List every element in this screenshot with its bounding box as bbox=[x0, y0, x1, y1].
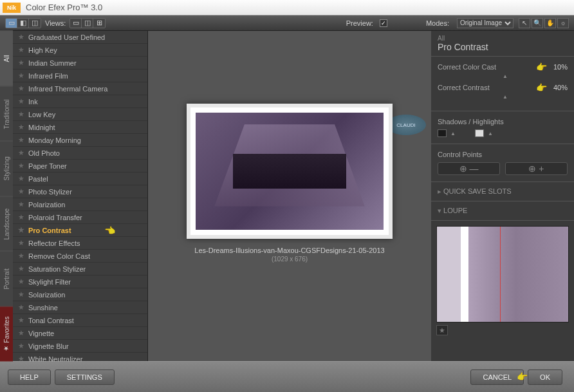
filter-item[interactable]: ★Remove Color Cast bbox=[13, 250, 147, 263]
loupe-favorite-button[interactable]: ★ bbox=[436, 325, 448, 335]
pointer-tool-icon[interactable]: ↖ bbox=[519, 18, 530, 28]
layout-3-icon[interactable]: ⊞ bbox=[93, 19, 105, 28]
filter-item[interactable]: ★Vignette bbox=[13, 327, 147, 340]
control-points-section: Control Points ⊕ — ⊕ + bbox=[431, 144, 574, 182]
layout-2-icon[interactable]: ◫ bbox=[82, 19, 93, 28]
filter-item[interactable]: ★Pro Contrast👈 bbox=[13, 224, 147, 237]
filter-item[interactable]: ★Midnight bbox=[13, 121, 147, 134]
filter-item[interactable]: ★Indian Summer bbox=[13, 57, 147, 70]
shadows-swatch[interactable] bbox=[438, 129, 447, 137]
vtab-traditional[interactable]: Traditional bbox=[0, 86, 13, 142]
hand-tool-icon[interactable]: ✋ bbox=[544, 18, 556, 28]
filter-item[interactable]: ★Reflector Effects bbox=[13, 237, 147, 250]
shadows-slider-icon[interactable]: ▲ bbox=[450, 131, 456, 136]
quick-save-header[interactable]: QUICK SAVE SLOTS bbox=[431, 182, 574, 201]
correct-color-cast-slider[interactable] bbox=[438, 76, 568, 79]
highlights-slider-icon[interactable]: ▲ bbox=[488, 131, 493, 136]
filter-item[interactable]: ★Paper Toner bbox=[13, 160, 147, 173]
view-side-icon[interactable]: ◫ bbox=[29, 19, 41, 28]
help-button[interactable]: HELP bbox=[8, 369, 51, 385]
ok-button[interactable]: 👉OK bbox=[528, 369, 562, 385]
filter-label: Midnight bbox=[28, 124, 55, 131]
layout-1-icon[interactable]: ▭ bbox=[70, 19, 82, 28]
star-icon[interactable]: ★ bbox=[18, 290, 24, 299]
filter-item[interactable]: ★Solarization bbox=[13, 288, 147, 301]
loupe-preview[interactable] bbox=[436, 226, 569, 322]
zoom-tool-icon[interactable]: 🔍 bbox=[532, 18, 543, 28]
star-icon[interactable]: ★ bbox=[18, 316, 24, 324]
panel-filter-name: Pro Contrast bbox=[438, 42, 568, 52]
add-control-point-plus-button[interactable]: ⊕ + bbox=[505, 162, 568, 175]
star-icon[interactable]: ★ bbox=[18, 110, 24, 118]
star-icon[interactable]: ★ bbox=[18, 123, 24, 131]
filter-item[interactable]: ★Tonal Contrast bbox=[13, 314, 147, 327]
star-icon[interactable]: ★ bbox=[18, 162, 24, 170]
filter-item[interactable]: ★Pastel bbox=[13, 173, 147, 185]
filter-label: Reflector Effects bbox=[28, 239, 80, 247]
view-mode-segment[interactable]: ▭ ◧ ◫ bbox=[5, 18, 41, 28]
vtab-all[interactable]: All bbox=[0, 31, 13, 86]
filter-item[interactable]: ★High Key bbox=[13, 44, 147, 57]
controls-panel: All Pro Contrast Correct Color Cast 👉 10… bbox=[431, 31, 574, 361]
filter-item[interactable]: ★Vignette Blur bbox=[13, 340, 147, 353]
light-tool-icon[interactable]: ☼ bbox=[557, 18, 569, 28]
star-icon[interactable]: ★ bbox=[18, 59, 24, 67]
star-icon[interactable]: ★ bbox=[18, 213, 24, 221]
filter-label: Sunshine bbox=[28, 304, 58, 312]
star-icon[interactable]: ★ bbox=[18, 277, 24, 286]
filter-item[interactable]: ★White Neutralizer bbox=[13, 353, 147, 361]
filter-item[interactable]: ★Saturation Stylizer bbox=[13, 263, 147, 275]
filter-list[interactable]: ★Graduated User Defined★High Key★Indian … bbox=[13, 31, 148, 361]
filter-item[interactable]: ★Old Photo bbox=[13, 147, 147, 160]
vtab-landscape[interactable]: Landscape bbox=[0, 196, 13, 252]
filter-item[interactable]: ★Polaroid Transfer bbox=[13, 211, 147, 224]
filter-item[interactable]: ★Skylight Filter bbox=[13, 275, 147, 288]
add-control-point-button[interactable]: ⊕ — bbox=[438, 162, 500, 175]
star-icon[interactable]: ★ bbox=[18, 329, 24, 337]
preview-checkbox[interactable]: ✓ bbox=[380, 19, 387, 27]
star-icon[interactable]: ★ bbox=[18, 252, 24, 260]
star-icon[interactable]: ★ bbox=[18, 97, 24, 106]
highlights-swatch[interactable] bbox=[475, 129, 484, 137]
filter-item[interactable]: ★Monday Morning bbox=[13, 134, 147, 147]
star-icon[interactable]: ★ bbox=[18, 71, 24, 80]
cancel-button[interactable]: CANCEL bbox=[470, 369, 524, 385]
star-icon[interactable]: ★ bbox=[18, 342, 24, 350]
correct-color-cast-row: Correct Color Cast 👉 10% bbox=[438, 63, 568, 71]
star-icon[interactable]: ★ bbox=[18, 200, 24, 209]
view-single-icon[interactable]: ▭ bbox=[6, 19, 17, 28]
star-icon[interactable]: ★ bbox=[18, 187, 24, 196]
star-icon[interactable]: ★ bbox=[18, 46, 24, 54]
star-icon[interactable]: ★ bbox=[18, 174, 24, 183]
loupe-header[interactable]: LOUPE bbox=[431, 201, 574, 221]
star-icon[interactable]: ★ bbox=[18, 265, 24, 273]
star-icon[interactable]: ★ bbox=[18, 355, 24, 361]
vtab-portrait[interactable]: Portrait bbox=[0, 251, 13, 306]
settings-button[interactable]: SETTINGS bbox=[55, 369, 115, 385]
star-icon[interactable]: ★ bbox=[18, 303, 24, 312]
star-icon[interactable]: ★ bbox=[18, 226, 24, 234]
filter-item[interactable]: ★Polarization bbox=[13, 198, 147, 211]
shadows-highlights-label: Shadows / Highlights bbox=[438, 118, 568, 126]
layout-segment[interactable]: ▭ ◫ ⊞ bbox=[69, 18, 106, 28]
star-icon[interactable]: ★ bbox=[18, 136, 24, 144]
star-icon[interactable]: ★ bbox=[18, 239, 24, 247]
vtab-stylizing[interactable]: Stylizing bbox=[0, 141, 13, 196]
filter-label: Monday Morning bbox=[28, 136, 81, 144]
filter-item[interactable]: ★Infrared Thermal Camera bbox=[13, 82, 147, 95]
star-icon[interactable]: ★ bbox=[18, 33, 24, 41]
vtab-favorites[interactable]: ★ Favorites bbox=[0, 306, 13, 362]
view-split-icon[interactable]: ◧ bbox=[17, 19, 29, 28]
correct-contrast-slider[interactable] bbox=[438, 97, 568, 99]
filter-item[interactable]: ★Photo Stylizer bbox=[13, 185, 147, 198]
modes-label: Modes: bbox=[426, 19, 449, 27]
filter-item[interactable]: ★Sunshine bbox=[13, 301, 147, 314]
filter-item[interactable]: ★Graduated User Defined bbox=[13, 31, 147, 44]
filter-item[interactable]: ★Low Key bbox=[13, 108, 147, 121]
star-icon[interactable]: ★ bbox=[18, 149, 24, 157]
star-icon[interactable]: ★ bbox=[18, 84, 24, 93]
modes-select[interactable]: Original Image bbox=[457, 18, 514, 28]
filter-item[interactable]: ★Infrared Film bbox=[13, 70, 147, 82]
preview-image[interactable] bbox=[187, 104, 393, 239]
filter-item[interactable]: ★Ink bbox=[13, 95, 147, 108]
